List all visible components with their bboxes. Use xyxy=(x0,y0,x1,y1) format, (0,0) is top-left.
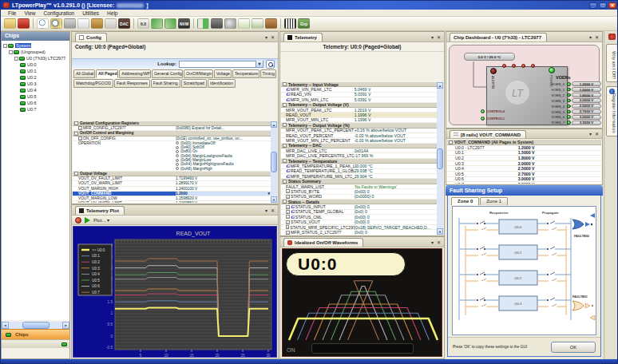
panel-close-icon[interactable]: ✕ xyxy=(595,131,599,136)
panel-menu-icon[interactable]: ▾ xyxy=(265,34,267,40)
tree-item-u0-2[interactable]: U0:2 xyxy=(2,74,69,81)
maximize-button[interactable]: □ xyxy=(599,2,607,9)
paste-icon[interactable] xyxy=(105,18,117,29)
config-tab-identification[interactable]: Identification xyxy=(208,79,236,88)
config-tab-fault-responses[interactable]: Fault Responses xyxy=(114,79,150,88)
plot-menu-button[interactable]: Plot... ▾ xyxy=(93,217,109,223)
config-tab-addressing-wp[interactable]: Addressing/WP xyxy=(119,69,151,78)
panel-close-icon[interactable]: ✕ xyxy=(437,34,441,40)
lookup-combobox[interactable] xyxy=(179,61,263,68)
config-tab-timing[interactable]: Timing xyxy=(260,69,277,78)
config-tab-on-off-margin[interactable]: On/Off/Margin xyxy=(184,69,213,78)
config-tab-general-config[interactable]: General Config xyxy=(152,69,183,78)
config-tab-fault-sharing[interactable]: Fault Sharing xyxy=(151,79,180,88)
tree-item-u0-4[interactable]: U0:4 xyxy=(2,87,69,93)
i2c-speed-icon[interactable]: 6.0 xyxy=(137,18,149,29)
menu-file[interactable]: File xyxy=(4,10,20,16)
panel-menu-icon[interactable]: ▾ xyxy=(265,208,267,213)
copy-icon[interactable] xyxy=(77,18,89,29)
pc-to-ram-icon[interactable] xyxy=(151,18,163,29)
panel-close-icon[interactable]: ✕ xyxy=(271,34,275,40)
vout-row[interactable]: U0:73.3000 V xyxy=(447,182,601,184)
properties-icon[interactable] xyxy=(64,18,76,29)
on-state-slot[interactable] xyxy=(311,343,414,354)
telemetry-vscrollbar[interactable]: ▲▼ xyxy=(437,82,443,235)
tree-item-u0-3[interactable]: U0:3 xyxy=(2,81,69,87)
scroll-right-icon[interactable]: ► xyxy=(62,322,69,329)
config-tab-watchdog-pgood[interactable]: Watchdog/PGOOD xyxy=(73,79,113,88)
play-icon[interactable] xyxy=(85,217,90,224)
dropdown-icon[interactable]: ▾ xyxy=(267,192,270,196)
tree-expander-icon[interactable]: - xyxy=(9,50,13,54)
tree-item-system[interactable]: -System xyxy=(2,42,69,49)
config-row-operation[interactable]: OPERATION(0x00) ImmediateOff(0x40) SoftO… xyxy=(73,141,271,172)
menu-utilities[interactable]: Utilities xyxy=(78,10,103,16)
panel-close-icon[interactable]: ✕ xyxy=(271,208,275,213)
group-icon[interactable]: Grp xyxy=(298,18,310,29)
panel-menu-icon[interactable]: ▾ xyxy=(431,34,434,40)
radio-option[interactable]: (0xA8) MarginHigh xyxy=(176,167,271,171)
collapse-icon[interactable]: - xyxy=(449,140,453,144)
tree-item-u0-7[interactable]: U0:7 xyxy=(2,106,69,113)
ok-button[interactable]: OK xyxy=(551,342,596,353)
ram-nvm-icon[interactable]: NVM xyxy=(178,18,190,29)
tree-expander-icon[interactable]: - xyxy=(3,44,7,48)
radio-icon[interactable] xyxy=(176,146,179,149)
save-icon[interactable] xyxy=(18,18,30,29)
ram-to-pc-icon[interactable] xyxy=(164,18,176,29)
radio-icon[interactable] xyxy=(176,154,179,157)
zone-tab-zone-0[interactable]: Zone 0 xyxy=(451,197,479,205)
tab-vout-command[interactable]: [8 rails] VOUT_COMMAND xyxy=(450,130,526,138)
radio-icon[interactable] xyxy=(176,159,179,162)
fault-log-icon[interactable] xyxy=(238,18,250,29)
zoom-icon[interactable] xyxy=(37,18,49,29)
led-icon[interactable] xyxy=(224,18,236,29)
tree-item-u0-1[interactable]: U0:1 xyxy=(2,68,69,74)
menu-configuration[interactable]: Configuration xyxy=(39,10,78,16)
radio-icon[interactable] xyxy=(176,141,179,144)
close-button[interactable]: ✕ xyxy=(608,2,616,9)
lookup-search-icon[interactable] xyxy=(266,60,275,69)
tree-item-u0-0[interactable]: U0:0 xyxy=(2,61,69,68)
scroll-thumb[interactable] xyxy=(22,322,50,329)
tree-item-u0-6[interactable]: U0:6 xyxy=(2,100,69,106)
config-tab-all-global[interactable]: All Global xyxy=(73,69,95,78)
tab-register-information[interactable]: i Register Information xyxy=(606,86,618,136)
tab-config[interactable]: Config xyxy=(75,33,107,42)
config-row[interactable]: VOUT_UV_WARN_LIMIT1.1099850 V xyxy=(73,201,271,203)
menu-view[interactable]: View xyxy=(20,10,39,16)
chips-nav-button[interactable]: Chips xyxy=(2,329,69,339)
zoom-add-icon[interactable] xyxy=(50,18,62,29)
tree-item-u0-7-h33-ltc2977[interactable]: -U0 (7'h33) LTC2977 xyxy=(2,55,69,61)
tree-item-u0-5[interactable]: U0:5 xyxy=(2,93,69,100)
stop-icon[interactable] xyxy=(75,217,81,224)
config-vscrollbar[interactable]: ▲▼ xyxy=(271,121,277,203)
chips-nav-footer[interactable] xyxy=(2,339,69,348)
dac-icon[interactable]: DAC xyxy=(118,18,130,29)
panel-close-icon[interactable]: ✕ xyxy=(595,34,599,40)
config-tab-voltage[interactable]: Voltage xyxy=(214,69,232,78)
zone-tab-zone-1[interactable]: Zone 1 xyxy=(480,197,508,205)
panel-menu-icon[interactable]: ▾ xyxy=(589,131,592,136)
tab-chip-dashboard[interactable]: Chip Dashboard - U0 (7'h33) - LTC2977 xyxy=(450,33,547,42)
nvm-store-icon[interactable] xyxy=(211,18,223,29)
open-file-icon[interactable] xyxy=(4,18,16,29)
tab-telemetry[interactable]: Telemetry xyxy=(283,33,323,42)
tree-item--ungrouped-[interactable]: -(Ungrouped) xyxy=(2,49,69,55)
radio-icon[interactable] xyxy=(176,150,179,153)
tree-expander-icon[interactable]: - xyxy=(14,57,18,61)
scroll-left-icon[interactable]: ◄ xyxy=(2,322,9,329)
radio-icon[interactable] xyxy=(176,167,179,170)
tab-why-am-i-off[interactable]: Why am I Off? xyxy=(606,44,618,82)
telemetry-row[interactable]: +MFR_STATUS_2_LTC2977(0x0) 0 xyxy=(281,230,437,235)
config-tab-all-paged[interactable]: All Paged xyxy=(96,69,118,78)
config-tab-temperature[interactable]: Temperature xyxy=(232,69,259,78)
menu-help[interactable]: Help xyxy=(103,10,121,16)
tab-telemetry-plot[interactable]: Telemetry Plot xyxy=(75,206,125,215)
onoff-chip-icon[interactable] xyxy=(197,18,209,29)
panel-close-icon[interactable]: ✕ xyxy=(437,239,441,245)
clipboard-icon[interactable] xyxy=(91,18,103,29)
chips-hscrollbar[interactable]: ◄ ► xyxy=(2,322,69,329)
cookie-jar-icon[interactable] xyxy=(265,18,277,29)
fault-log-clear-icon[interactable] xyxy=(252,18,263,29)
